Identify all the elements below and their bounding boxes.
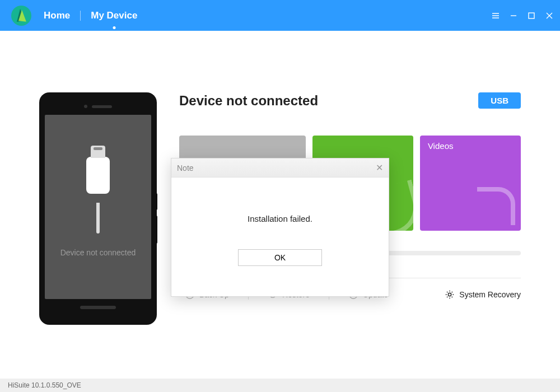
- app-logo-icon: [11, 6, 31, 26]
- phone-status-text: Device not connected: [60, 248, 136, 257]
- phone-earpiece: [45, 104, 151, 109]
- dialog-close-icon[interactable]: ✕: [376, 162, 383, 173]
- nav-home-label: Home: [44, 10, 70, 21]
- nav-separator: [80, 11, 81, 21]
- dialog-titlebar[interactable]: Note ✕: [171, 158, 389, 178]
- dialog-message: Installation failed.: [248, 214, 312, 223]
- phone-side-button-1: [155, 193, 157, 210]
- page-title: Device not connected: [179, 93, 318, 109]
- nav-home[interactable]: Home: [41, 10, 72, 21]
- phone-screen: Device not connected: [45, 115, 151, 299]
- close-icon[interactable]: [545, 12, 553, 20]
- status-bar: HiSuite 10.1.0.550_OVE: [0, 379, 560, 392]
- note-dialog: Note ✕ Installation failed. OK: [171, 158, 389, 297]
- phone-mockup: Device not connected: [39, 92, 157, 325]
- status-text: HiSuite 10.1.0.550_OVE: [8, 381, 81, 389]
- usb-button[interactable]: USB: [478, 92, 521, 109]
- maximize-icon[interactable]: [528, 12, 535, 20]
- active-tab-indicator: [113, 26, 115, 29]
- dialog-ok-label: OK: [274, 253, 286, 262]
- usb-button-label: USB: [491, 96, 508, 105]
- system-recovery-label: System Recovery: [459, 290, 521, 299]
- tile-videos[interactable]: Videos: [420, 136, 521, 231]
- dialog-body: Installation failed. OK: [171, 178, 389, 296]
- usb-plug-icon: [86, 157, 110, 194]
- phone-side-button-2: [155, 216, 157, 244]
- dialog-ok-button[interactable]: OK: [238, 249, 322, 266]
- system-recovery-button[interactable]: System Recovery: [445, 290, 521, 300]
- minimize-icon[interactable]: [510, 12, 517, 20]
- svg-point-3: [449, 293, 451, 296]
- svg-rect-0: [529, 13, 534, 18]
- nav-my-device-label: My Device: [91, 10, 137, 21]
- nav-tabs: Home My Device: [41, 10, 139, 21]
- dialog-title: Note: [177, 164, 194, 172]
- nav-my-device[interactable]: My Device: [88, 10, 139, 21]
- window-controls: [492, 12, 553, 20]
- heading-row: Device not connected USB: [179, 92, 521, 109]
- gear-icon: [445, 290, 455, 300]
- tile-videos-label: Videos: [428, 141, 454, 151]
- main-area: Device not connected Device not connecte…: [0, 31, 560, 379]
- usb-cord-icon: [96, 203, 100, 234]
- menu-icon[interactable]: [492, 12, 500, 20]
- title-bar: Home My Device: [0, 0, 560, 31]
- phone-home-button: [80, 306, 116, 309]
